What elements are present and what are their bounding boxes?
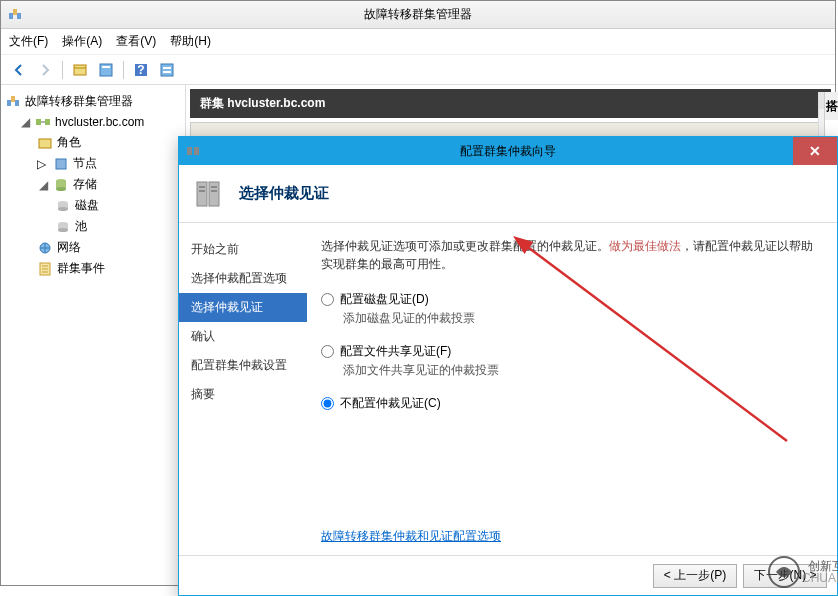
wizard-footer: < 上一步(P) 下一步(N) > (179, 555, 837, 595)
svg-rect-34 (211, 186, 217, 188)
svg-rect-30 (194, 147, 199, 155)
svg-point-23 (58, 207, 68, 211)
help-button[interactable]: ? (129, 59, 153, 81)
wizard-header-text: 选择仲裁见证 (239, 184, 329, 203)
nav-config[interactable]: 配置群集仲裁设置 (179, 351, 307, 380)
nav-confirm[interactable]: 确认 (179, 322, 307, 351)
back-button[interactable] (7, 59, 31, 81)
app-icon (7, 7, 23, 23)
radio-share-sub: 添加文件共享见证的仲裁投票 (321, 362, 823, 379)
tree-nodes[interactable]: ▷ 节点 (5, 153, 181, 174)
pool-icon (55, 219, 71, 235)
nodes-icon (53, 156, 69, 172)
roles-icon (37, 135, 53, 151)
svg-rect-35 (199, 190, 205, 192)
tree-events[interactable]: 群集事件 (5, 258, 181, 279)
svg-rect-36 (211, 190, 217, 192)
radio-none-input[interactable] (321, 397, 334, 410)
svg-rect-17 (56, 159, 66, 169)
wizard-nav: 开始之前 选择仲裁配置选项 选择仲裁见证 确认 配置群集仲裁设置 摘要 (179, 223, 307, 555)
menu-help[interactable]: 帮助(H) (170, 33, 211, 50)
radio-share-witness: 配置文件共享见证(F) 添加文件共享见证的仲裁投票 (321, 343, 823, 379)
tree-events-label: 群集事件 (57, 260, 105, 277)
svg-text:CHUANG XIN HU LIAN: CHUANG XIN HU LIAN (802, 571, 838, 585)
tree-networks[interactable]: 网络 (5, 237, 181, 258)
svg-rect-0 (9, 13, 13, 19)
radio-none-text: 不配置仲裁见证(C) (340, 395, 441, 412)
radio-share-text: 配置文件共享见证(F) (340, 343, 451, 360)
tree-storage-label: 存储 (73, 176, 97, 193)
expand-icon[interactable]: ◢ (19, 115, 31, 129)
wizard-title-text: 配置群集仲裁向导 (460, 143, 556, 160)
disk-icon (55, 198, 71, 214)
tree-disks-label: 磁盘 (75, 197, 99, 214)
svg-rect-1 (17, 13, 21, 19)
tree-pools[interactable]: 池 (5, 216, 181, 237)
svg-rect-4 (100, 64, 112, 76)
svg-rect-8 (161, 64, 173, 76)
nav-select-witness[interactable]: 选择仲裁见证 (179, 293, 307, 322)
close-button[interactable]: ✕ (793, 137, 837, 165)
watermark-logo: 创新互联 CHUANG XIN HU LIAN (766, 552, 838, 594)
toolbar-separator (123, 61, 124, 79)
svg-rect-32 (209, 182, 219, 206)
nav-select-quorum[interactable]: 选择仲裁配置选项 (179, 264, 307, 293)
radio-disk-sub: 添加磁盘见证的仲裁投票 (321, 310, 823, 327)
wizard-titlebar: 配置群集仲裁向导 ✕ (179, 137, 837, 165)
network-icon (37, 240, 53, 256)
expand-icon[interactable]: ◢ (37, 178, 49, 192)
menu-view[interactable]: 查看(V) (116, 33, 156, 50)
tree-networks-label: 网络 (57, 239, 81, 256)
nav-summary[interactable]: 摘要 (179, 380, 307, 409)
svg-text:?: ? (137, 63, 144, 77)
wizard-header: 选择仲裁见证 (179, 165, 837, 223)
wizard-icon (185, 143, 201, 159)
tree-root[interactable]: 故障转移群集管理器 (5, 91, 181, 112)
wizard-dialog: 配置群集仲裁向导 ✕ 选择仲裁见证 开始之前 选择仲裁配置选项 选择仲裁见证 确… (178, 136, 838, 596)
tree-cluster-label: hvcluster.bc.com (55, 115, 144, 129)
collapse-icon[interactable]: ▷ (37, 157, 49, 171)
svg-rect-11 (7, 100, 11, 106)
tree-root-label: 故障转移群集管理器 (25, 93, 133, 110)
cluster-manager-icon (5, 94, 21, 110)
titlebar: 故障转移群集管理器 (1, 1, 835, 29)
help-link[interactable]: 故障转移群集仲裁和见证配置选项 (321, 528, 501, 545)
nav-start[interactable]: 开始之前 (179, 235, 307, 264)
svg-point-20 (56, 187, 66, 191)
properties-button[interactable] (94, 59, 118, 81)
desc-part1: 选择仲裁见证选项可添加或更改群集配置的仲裁见证。 (321, 239, 609, 253)
right-pane-header: 搭 (826, 98, 838, 115)
svg-rect-13 (11, 96, 15, 102)
cluster-icon (35, 114, 51, 130)
server-icon (193, 176, 229, 212)
tree-roles[interactable]: 角色 (5, 132, 181, 153)
menu-action[interactable]: 操作(A) (62, 33, 102, 50)
refresh-button[interactable] (155, 59, 179, 81)
svg-point-26 (58, 228, 68, 232)
back-button[interactable]: < 上一步(P) (653, 564, 737, 588)
tree-nodes-label: 节点 (73, 155, 97, 172)
menu-file[interactable]: 文件(F) (9, 33, 48, 50)
toolbar-separator (62, 61, 63, 79)
radio-disk-label[interactable]: 配置磁盘见证(D) (321, 291, 823, 308)
window-title: 故障转移群集管理器 (364, 6, 472, 23)
right-pane-peek: 搭 (824, 92, 838, 120)
radio-share-label[interactable]: 配置文件共享见证(F) (321, 343, 823, 360)
description-text: 选择仲裁见证选项可添加或更改群集配置的仲裁见证。做为最佳做法，请配置仲裁见证以帮… (321, 237, 823, 273)
tree-pane: 故障转移群集管理器 ◢ hvcluster.bc.com 角色 ▷ 节点 ◢ 存… (1, 85, 186, 585)
svg-rect-5 (102, 66, 110, 68)
svg-rect-31 (197, 182, 207, 206)
tree-cluster[interactable]: ◢ hvcluster.bc.com (5, 112, 181, 132)
radio-disk-input[interactable] (321, 293, 334, 306)
tree-disks[interactable]: 磁盘 (5, 195, 181, 216)
svg-rect-9 (163, 67, 171, 69)
forward-button[interactable] (33, 59, 57, 81)
up-button[interactable] (68, 59, 92, 81)
radio-none-label[interactable]: 不配置仲裁见证(C) (321, 395, 823, 412)
tree-roles-label: 角色 (57, 134, 81, 151)
svg-rect-2 (13, 9, 17, 15)
radio-share-input[interactable] (321, 345, 334, 358)
tree-storage[interactable]: ◢ 存储 (5, 174, 181, 195)
tree-pools-label: 池 (75, 218, 87, 235)
svg-rect-10 (163, 71, 171, 73)
